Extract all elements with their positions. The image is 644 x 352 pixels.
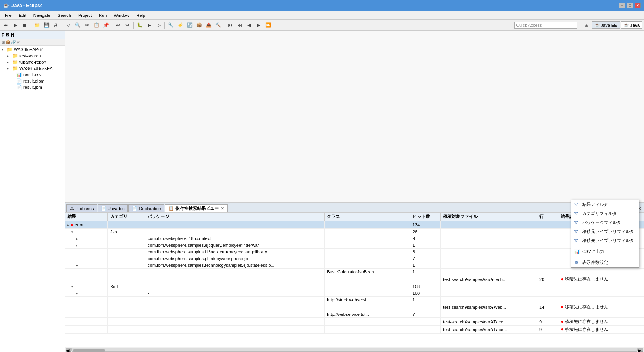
toolbar-btn-16[interactable]: ⚡	[176, 21, 185, 29]
expand-arrow[interactable]: ▾	[71, 230, 73, 234]
tree-item-tubame-report[interactable]: ▸ 📁 tubame-report	[1, 59, 64, 65]
menu-project[interactable]: Project	[75, 12, 95, 18]
tab-problems[interactable]: ⚠ Problems	[66, 204, 97, 212]
expand-arrow[interactable]: ▸	[7, 60, 11, 64]
ctx-category-filter[interactable]: ▽ カテゴリフィルタ	[571, 209, 639, 218]
expand-arrow[interactable]: ▾	[2, 48, 6, 51]
tab-dependency-search[interactable]: 📋 依存性検索結果ビュー ✕	[165, 204, 228, 212]
table-row[interactable]: com.ibm.websphere.samples.i18nctx.curren…	[65, 249, 644, 255]
toolbar-btn-11[interactable]: 📌	[101, 21, 110, 29]
scrollbar-right[interactable]: ▶	[638, 348, 643, 352]
tab-declaration[interactable]: 📄 Declaration	[128, 204, 164, 212]
toolbar-btn-10[interactable]: 📋	[92, 21, 101, 29]
toolbar-btn-6[interactable]: 🖨	[52, 21, 60, 29]
tree-item-test-search[interactable]: ▸ 📁 test-search	[1, 53, 64, 59]
toolbar-btn-25[interactable]: ⏩	[264, 21, 272, 29]
panel-tab-p[interactable]: P	[2, 33, 4, 37]
ctx-package-filter[interactable]: ▽ パッケージフィルタ	[571, 218, 639, 227]
horizontal-scrollbar[interactable]: ◀ ▶	[65, 346, 644, 352]
menu-edit[interactable]: Edit	[16, 12, 30, 18]
table-row[interactable]: ▾ - 108	[65, 290, 644, 297]
toolbar-btn-18[interactable]: 📦	[195, 21, 203, 29]
expand-arrow[interactable]: ▾	[76, 292, 78, 295]
toolbar-btn-19[interactable]: 📤	[204, 21, 213, 29]
ctx-migration-src-filter[interactable]: ▽ 移積元ライブラリフィルタ	[571, 227, 639, 236]
toolbar-icon-2[interactable]: 📦	[6, 40, 10, 44]
menu-run[interactable]: Run	[96, 12, 110, 18]
quick-access-input[interactable]: Quick Access	[514, 22, 577, 29]
table-row[interactable]: ▾ Jsp 26	[65, 229, 644, 235]
toolbar-btn-2[interactable]: ▶	[11, 21, 20, 29]
tree-item-result-gjbm[interactable]: 📄 result.gjbm	[1, 78, 64, 84]
table-row[interactable]: BasicCalculatorJspBean 1	[65, 269, 644, 275]
table-row[interactable]: test-search¥samples¥src¥Tech... 20 ● 移積先…	[65, 275, 644, 283]
editor-maximize[interactable]: □	[640, 31, 642, 36]
expand-arrow[interactable]: ▸	[76, 244, 78, 248]
perspective-java-ee[interactable]: ☕ Java EE	[592, 21, 620, 29]
panel-tab-n[interactable]: N	[11, 33, 14, 37]
toolbar-btn-8[interactable]: 🔍	[73, 21, 82, 29]
ctx-migration-dst-filter[interactable]: ▽ 移積先ライブラリフィルタ	[571, 236, 639, 245]
toolbar-btn-7[interactable]: ▽	[64, 21, 72, 29]
menu-help[interactable]: Help	[133, 12, 149, 18]
panel-tab-x[interactable]: ⊠	[6, 32, 9, 37]
menu-window[interactable]: Window	[111, 12, 132, 18]
expand-arrow[interactable]: ▸	[67, 223, 69, 227]
toolbar-btn-run[interactable]: ▶	[145, 21, 153, 29]
scrollbar-left[interactable]: ◀	[66, 348, 71, 352]
expand-arrow[interactable]: ▾	[71, 285, 73, 289]
expand-arrow[interactable]: ▸	[7, 67, 11, 70]
toolbar-btn-1[interactable]: ⬅	[2, 21, 10, 29]
restore-button[interactable]: □	[627, 3, 633, 8]
toolbar-btn-17[interactable]: 🔄	[185, 21, 194, 29]
close-button[interactable]: ✕	[635, 3, 641, 8]
editor-minimize[interactable]: −	[636, 31, 638, 36]
open-perspective-button[interactable]: ⊞	[582, 21, 591, 29]
toolbar-icon-3[interactable]: 🔗	[11, 40, 16, 44]
ctx-result-filter[interactable]: ▽ 結果フィルタ	[571, 200, 639, 209]
expand-arrow[interactable]: ▾	[76, 264, 78, 268]
minimize-button[interactable]: −	[619, 3, 625, 8]
table-row[interactable]: ▾ com.ibm.websphere.samples.technologysa…	[65, 262, 644, 269]
ctx-display-settings[interactable]: ⚙ 表示件数設定	[571, 258, 639, 267]
toolbar-btn-23[interactable]: ◀	[245, 21, 253, 29]
toolbar-btn-13[interactable]: ↪	[123, 21, 132, 29]
toolbar-btn-run2[interactable]: ▷	[154, 21, 163, 29]
table-row[interactable]: ▸ ● error 134	[65, 221, 644, 229]
table-row[interactable]: test-search¥samples¥src¥Face... 9 ● 移積先に…	[65, 318, 644, 326]
table-row[interactable]: test-search¥samples¥src¥Face... 9 ● 移積先に…	[65, 326, 644, 334]
toolbar-btn-20[interactable]: 🔨	[214, 21, 222, 29]
toolbar-btn-9[interactable]: ✂	[83, 21, 91, 29]
menu-navigate[interactable]: Navigate	[30, 12, 54, 18]
menu-search[interactable]: Search	[54, 12, 74, 18]
table-row[interactable]: ▾ Xml 108	[65, 283, 644, 290]
table-row[interactable]: com.ibm.websphere.samples.plantsbywebsph…	[65, 255, 644, 262]
table-row[interactable]: ▸ com.ibm.websphere.samples.ejbquery.emp…	[65, 242, 644, 249]
toolbar-icon-4[interactable]: ▽	[17, 40, 20, 44]
tab-javadoc[interactable]: 📄 Javadoc	[98, 204, 128, 212]
toolbar-btn-15[interactable]: 🔧	[166, 21, 175, 29]
tab-close-icon[interactable]: ✕	[221, 207, 224, 211]
tree-item-result-jbm[interactable]: 📄 result.jbm	[1, 84, 64, 90]
toolbar-btn-12[interactable]: ↩	[114, 21, 122, 29]
table-row[interactable]: test-search¥samples¥src¥Web... 14 ● 移積先に…	[65, 303, 644, 311]
toolbar-btn-22[interactable]: ⏭	[235, 21, 244, 29]
toolbar-btn-24[interactable]: ▶	[254, 21, 263, 29]
tree-item-was6tojbossea[interactable]: ▸ 📁 WAS6toJBossEA	[1, 65, 64, 72]
tree-item-result-csv[interactable]: 📊 result.csv	[1, 72, 64, 78]
scrollbar-track[interactable]	[71, 348, 638, 352]
toolbar-btn-3[interactable]: ⏹	[20, 21, 29, 29]
expand-arrow[interactable]: ▸	[7, 54, 11, 58]
toolbar-btn-4[interactable]: 📁	[33, 21, 41, 29]
toolbar-btn-5[interactable]: 💾	[42, 21, 51, 29]
tree-item-was6toeap62[interactable]: ▾ 📁 WAS6toEAP62	[1, 46, 64, 53]
panel-minimize[interactable]: −	[57, 33, 60, 37]
toolbar-btn-debug[interactable]: 🐛	[135, 21, 144, 29]
expand-arrow[interactable]: ▸	[76, 237, 78, 241]
panel-maximize[interactable]: □	[61, 33, 63, 37]
table-row[interactable]: http://webservice.tut... 7	[65, 311, 644, 318]
perspective-java[interactable]: ☕ Java	[621, 21, 642, 29]
toolbar-btn-21[interactable]: ⏮	[226, 21, 234, 29]
menu-file[interactable]: File	[2, 12, 15, 18]
table-row[interactable]: http://stock.webservi... 1	[65, 297, 644, 303]
